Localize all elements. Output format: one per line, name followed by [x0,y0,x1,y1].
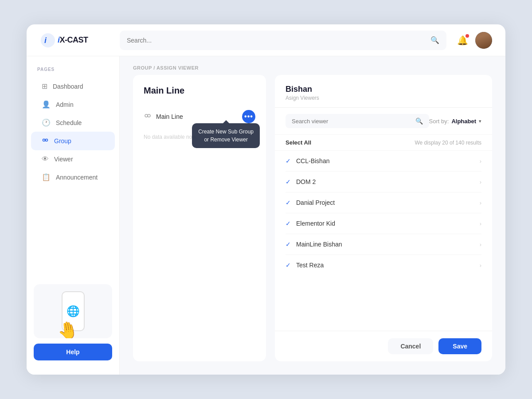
group-item-icon [144,112,152,121]
dashboard-icon: ⊞ [42,82,47,90]
sidebar: PAGES ⊞ Dashboard 👤 Admin 🕐 Schedule [27,56,120,375]
svg-point-0 [41,33,55,47]
dots-menu-button[interactable]: ••• [242,110,255,123]
viewer-item-left: ✓ CCL-Bishan [286,157,329,164]
sidebar-item-label: Admin [56,101,74,108]
tooltip-box: Create New Sub Group or Remove Viewer [192,123,260,148]
left-panel: Main Line Main Line [133,75,266,361]
breadcrumb: GROUP / ASSIGN VIEWER [120,56,505,75]
check-icon: ✓ [286,199,291,206]
sidebar-item-viewer[interactable]: 👁 Viewer [31,150,115,168]
right-panel-subtitle: Asign Viewers [286,95,481,101]
body-layout: PAGES ⊞ Dashboard 👤 Admin 🕐 Schedule [27,56,505,375]
search-bar[interactable]: 🔍 [120,31,446,50]
viewer-list-item: ✓ Elementor Kid › [286,213,481,234]
search-icon: 🔍 [430,36,439,44]
viewer-item-left: ✓ Elementor Kid [286,220,335,227]
avatar[interactable] [475,32,492,49]
viewer-item-left: ✓ DOM 2 [286,178,316,185]
right-panel-header: Bishan Asign Viewers [275,75,492,108]
sort-value: Alphabet [451,118,476,125]
viewer-search-bar[interactable]: 🔍 [286,114,429,128]
viewer-list-item: ✓ MainLine Bishan › [286,234,481,255]
check-icon: ✓ [286,220,291,227]
right-panel: Bishan Asign Viewers 🔍 Sort by: Alphabet… [275,75,492,361]
sort-by-label: Sort by: [429,118,449,125]
expand-chevron-icon[interactable]: › [480,220,481,227]
content-area: Main Line Main Line [120,75,505,375]
phone-promo: 🌐 🤚 [34,284,112,338]
viewer-search-icon: 🔍 [415,117,423,125]
sidebar-item-label: Viewer [54,156,73,163]
expand-chevron-icon[interactable]: › [480,179,481,185]
viewer-name: Danial Project [296,199,335,206]
save-button[interactable]: Save [438,338,481,354]
sidebar-item-group[interactable]: Group [31,132,115,150]
admin-icon: 👤 [42,100,51,109]
results-count: We display 20 of 140 results [415,140,481,146]
select-all-button[interactable]: Select All [286,139,311,146]
svg-point-5 [145,114,148,117]
sidebar-item-label: Schedule [56,119,82,126]
svg-point-3 [46,139,48,141]
viewer-item-left: ✓ MainLine Bishan [286,241,342,248]
sidebar-item-schedule[interactable]: 🕐 Schedule [31,113,115,132]
cancel-button[interactable]: Cancel [388,338,433,354]
select-all-row: Select All We display 20 of 140 results [275,135,492,151]
logo-area: i iX-CAST [40,32,120,48]
viewer-list-item: ✓ DOM 2 › [286,172,481,192]
viewer-toolbar: 🔍 Sort by: Alphabet ▾ [275,108,492,135]
group-item-left: Main Line [144,112,183,121]
expand-chevron-icon[interactable]: › [480,241,481,248]
logo-text: iX-CAST [58,35,88,45]
viewer-name: DOM 2 [296,178,316,185]
viewer-list-item: ✓ CCL-Bishan › [286,151,481,172]
viewer-item-left: ✓ Test Reza [286,262,324,269]
viewers-list: ✓ CCL-Bishan › ✓ DOM 2 › ✓ Danial Projec… [275,151,492,331]
sidebar-item-admin[interactable]: 👤 Admin [31,95,115,113]
sort-chevron-icon: ▾ [479,118,481,124]
notification-dot [466,34,469,38]
sidebar-section-label: PAGES [27,67,119,72]
group-item-row: Main Line ••• Create New Sub Group or Re… [144,105,255,129]
svg-point-6 [148,114,150,117]
sidebar-item-dashboard[interactable]: ⊞ Dashboard [31,77,115,95]
logo-icon: i [40,32,56,48]
viewer-name: CCL-Bishan [296,157,329,164]
notification-bell[interactable]: 🔔 [457,35,468,46]
globe-icon: 🌐 [66,305,80,317]
header-actions: 🔔 [457,32,492,49]
viewer-list-item: ✓ Test Reza › [286,255,481,275]
right-panel-title: Bishan [286,85,481,94]
viewer-name: Test Reza [296,262,324,269]
group-icon [42,137,49,145]
announcement-icon: 📋 [42,173,51,181]
expand-chevron-icon[interactable]: › [480,158,481,164]
header: i iX-CAST 🔍 🔔 [27,24,505,56]
sidebar-item-label: Announcement [56,174,98,181]
check-icon: ✓ [286,157,291,164]
sort-area[interactable]: Sort by: Alphabet ▾ [429,118,481,125]
expand-chevron-icon[interactable]: › [480,200,481,206]
check-icon: ✓ [286,262,291,269]
viewer-icon: 👁 [42,155,49,163]
sidebar-item-label: Dashboard [53,83,83,90]
viewer-search-input[interactable] [292,118,412,125]
app-window: i iX-CAST 🔍 🔔 PAGES ⊞ Dashboard [27,24,505,375]
panel-footer: Cancel Save [275,331,492,361]
sidebar-item-label: Group [54,137,71,145]
search-input[interactable] [127,37,427,44]
help-button[interactable]: Help [34,344,112,360]
left-panel-title: Main Line [144,86,255,96]
viewer-list-item: ✓ Danial Project › [286,192,481,213]
avatar-image [475,32,492,49]
check-icon: ✓ [286,178,291,185]
group-item-label: Main Line [156,113,183,120]
viewer-name: MainLine Bishan [296,241,342,248]
check-icon: ✓ [286,241,291,248]
schedule-icon: 🕐 [42,118,51,127]
main-content: GROUP / ASSIGN VIEWER Main Line [120,56,505,375]
expand-chevron-icon[interactable]: › [480,262,481,269]
sidebar-item-announcement[interactable]: 📋 Announcement [31,168,115,186]
svg-point-2 [43,139,45,141]
